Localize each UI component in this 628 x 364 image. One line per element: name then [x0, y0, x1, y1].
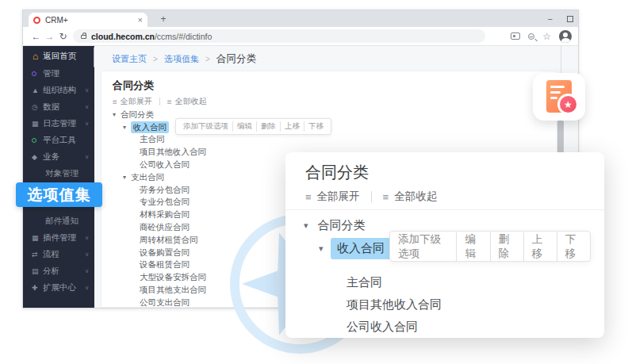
flow-icon: ⇄	[32, 251, 43, 259]
sidebar-item-plugins[interactable]: ▦ 插件管理 ∨	[23, 229, 94, 246]
reload-button[interactable]: ↻	[56, 31, 70, 42]
tab-strip: CRM+ × + −	[23, 10, 578, 27]
grid-icon: ▦	[32, 120, 43, 128]
sidebar-item-flow[interactable]: ⇄ 流程 ∨	[23, 246, 94, 262]
tab-close-icon[interactable]: ×	[138, 16, 143, 24]
window-minimize-button[interactable]: −	[548, 14, 553, 24]
sidebar-item-extension[interactable]: ✚ 扩展中心 ∨	[23, 279, 94, 296]
extension-icon: ✚	[32, 284, 43, 292]
tree-item[interactable]: 公司收入合同	[347, 320, 418, 335]
caret-down-icon[interactable]: ▾	[319, 243, 324, 254]
node-action-bar: 添加下级选项 编辑 删除 上移 下移	[175, 118, 331, 135]
browser-toolbar: ← → ↻ cloud.hecom.cn/ccms/#/dictinfo ☆	[23, 27, 578, 46]
sidebar-item-org[interactable]: ▲ 组织结构 ∨	[23, 82, 94, 98]
sidebar-item-logs[interactable]: ▦ 日志管理 ∨	[23, 115, 94, 132]
browser-tab[interactable]: CRM+ ×	[29, 13, 147, 27]
collapse-all-button[interactable]: 全部收起	[394, 190, 437, 204]
plugin-icon: ▦	[32, 234, 43, 242]
tree-item[interactable]: 项目其他收入合同	[347, 297, 442, 312]
sidebar-item-data[interactable]: ◷ 数据 ∨	[23, 98, 94, 115]
clock-icon: ◷	[32, 103, 43, 111]
edit-button[interactable]: 编辑	[456, 232, 489, 261]
address-bar[interactable]: cloud.hecom.cn/ccms/#/dictinfo	[73, 29, 485, 43]
forward-button[interactable]: →	[43, 31, 56, 42]
chevron-down-icon: ∨	[85, 235, 89, 241]
breadcrumb-home-link[interactable]: 设置主页	[112, 54, 147, 63]
breadcrumb-separator: >	[153, 55, 158, 63]
new-tab-button[interactable]: +	[156, 13, 170, 27]
sidebar-item-manage[interactable]: 管理	[23, 65, 94, 82]
chevron-down-icon: ∨	[85, 268, 89, 274]
expand-all-icon: ≡	[305, 191, 312, 203]
move-up-button[interactable]: 上移	[280, 121, 304, 132]
sidebar-item-mail-notify[interactable]: 邮件通知	[23, 213, 94, 229]
sidebar-item-analysis[interactable]: ▤ 分析 ∨	[23, 262, 94, 279]
move-down-button[interactable]: 下移	[557, 232, 590, 261]
chevron-down-icon: ∨	[85, 285, 89, 291]
tree-item[interactable]: 主合同	[101, 134, 557, 147]
sidebar-item-object-manage[interactable]: 对象管理	[23, 165, 94, 182]
chevron-down-icon: ∨	[85, 121, 89, 127]
add-child-option-button[interactable]: 添加下级选项	[179, 121, 232, 132]
delete-button[interactable]: 删除	[256, 121, 280, 132]
breadcrumb-separator: >	[205, 55, 210, 63]
node-action-bar: 添加下级选项 编辑 删除 上移 下移	[389, 231, 591, 262]
url-domain: cloud.hecom.cn	[91, 32, 155, 41]
magnified-panel: 合同分类 ≡ 全部展开 ≡ 全部收起 ▾ 合同分类 ▾ 收入合同 添加下级选项 …	[285, 152, 604, 338]
divider	[371, 191, 372, 202]
delete-button[interactable]: 删除	[490, 232, 523, 261]
chevron-down-icon: ∨	[85, 104, 89, 110]
star-badge-icon: ★	[557, 94, 579, 115]
expand-all-button[interactable]: 全部展开	[121, 96, 152, 107]
tree-item-selected[interactable]: ▾ 收入合同 添加下级选项 编辑 删除 上移 下移	[101, 121, 557, 134]
profile-avatar[interactable]	[559, 30, 572, 43]
chevron-down-icon: ∨	[85, 154, 89, 160]
back-button[interactable]: ←	[29, 31, 43, 42]
edit-button[interactable]: 编辑	[232, 121, 256, 132]
collapse-all-icon: ≡	[167, 98, 172, 106]
dict-feature-card: ★	[533, 73, 585, 121]
page-title: 合同分类	[113, 79, 154, 93]
move-up-button[interactable]: 上移	[523, 232, 557, 261]
caret-down-icon[interactable]: ▾	[123, 124, 131, 131]
add-child-option-button[interactable]: 添加下级选项	[390, 232, 456, 261]
panel-title: 合同分类	[305, 162, 369, 183]
move-down-button[interactable]: 下移	[304, 121, 327, 132]
media-icon[interactable]	[511, 33, 520, 40]
tree-item[interactable]: ▾ 合同分类	[304, 218, 366, 233]
caret-down-icon[interactable]: ▾	[123, 174, 131, 181]
crm-favicon-icon	[33, 17, 40, 24]
scrollbar-thumb[interactable]	[557, 120, 564, 154]
sidebar-item-platform-tools[interactable]: 平台工具	[23, 132, 94, 148]
sidebar-item-home[interactable]: ⌂ 返回首页	[23, 48, 94, 65]
chevron-down-icon: ∨	[85, 251, 89, 258]
lock-icon	[81, 35, 86, 39]
breadcrumb-current: 合同分类	[216, 53, 256, 64]
sidebar-item-business[interactable]: ◆ 业务 ∨	[23, 148, 94, 165]
chart-icon: ▤	[32, 267, 43, 275]
expand-all-button[interactable]: 全部展开	[317, 190, 360, 204]
divider	[285, 209, 604, 210]
bookmark-star-icon[interactable]: ☆	[542, 32, 551, 41]
tab-title: CRM+	[45, 16, 138, 25]
document-icon: ★	[546, 80, 572, 113]
url-text: cloud.hecom.cn/ccms/#/dictinfo	[91, 32, 212, 41]
window-maximize-button[interactable]	[567, 16, 573, 22]
collapse-all-button[interactable]: 全部收起	[175, 96, 207, 107]
chevron-down-icon: ∨	[85, 87, 89, 94]
org-icon: ▲	[32, 86, 43, 94]
tree-item-selected[interactable]: 收入合同	[331, 238, 391, 259]
option-set-callout[interactable]: 选项值集	[16, 182, 102, 207]
home-icon: ⌂	[33, 51, 38, 62]
divider	[159, 98, 160, 105]
breadcrumb: 设置主页 > 选项值集 > 合同分类	[112, 52, 256, 66]
breadcrumb-section-link[interactable]: 选项值集	[164, 54, 199, 63]
tree-item[interactable]: 主合同	[347, 275, 382, 290]
caret-down-icon[interactable]: ▾	[113, 111, 121, 118]
manage-dot-icon	[32, 70, 43, 78]
business-icon: ◆	[32, 153, 43, 161]
zoom-search-icon[interactable]	[528, 33, 534, 40]
caret-down-icon[interactable]: ▾	[304, 220, 308, 231]
platform-dot-icon	[32, 136, 43, 144]
expand-all-icon: ≡	[113, 98, 117, 106]
